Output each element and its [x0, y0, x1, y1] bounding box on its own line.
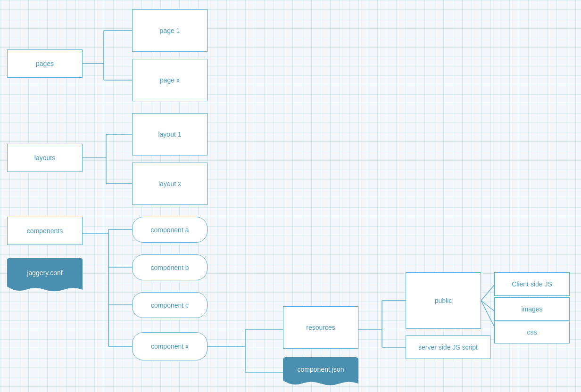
server-side-js-node: server side JS script: [406, 335, 490, 359]
layouts-node: layouts: [7, 144, 83, 172]
components-node: components: [7, 217, 83, 245]
resources-node: resources: [283, 306, 358, 349]
jaggery-conf-node: jaggery.conf: [7, 258, 83, 287]
component-c-node: component c: [132, 292, 208, 318]
component-b-node: component b: [132, 254, 208, 280]
svg-line-22: [481, 285, 494, 301]
layoutx-node: layout x: [132, 163, 208, 205]
client-side-js-node: Client side JS: [494, 272, 570, 296]
component-a-node: component a: [132, 217, 208, 243]
page1-node: page 1: [132, 9, 208, 52]
layout1-node: layout 1: [132, 113, 208, 155]
component-x-node: component x: [132, 332, 208, 360]
pages-node: pages: [7, 49, 83, 78]
css-node: css: [494, 321, 570, 343]
public-node: public: [406, 272, 481, 329]
images-node: images: [494, 297, 570, 321]
svg-line-24: [481, 301, 494, 327]
svg-line-23: [481, 301, 494, 311]
pagex-node: page x: [132, 59, 208, 101]
component-json-node: component.json: [283, 357, 358, 382]
